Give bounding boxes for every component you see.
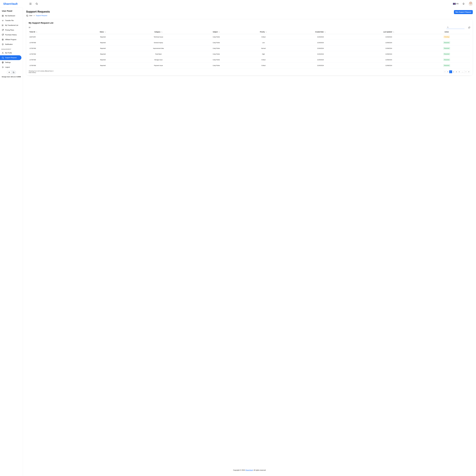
sidebar-item-label: Transfer File bbox=[5, 20, 14, 21]
sidebar-item-my-profile[interactable]: My Profile bbox=[0, 51, 23, 55]
svg-point-3 bbox=[36, 3, 37, 4]
table-cell: 21/06/2024 bbox=[354, 51, 423, 57]
svg-point-15 bbox=[3, 30, 3, 30]
table-cell: Low bbox=[240, 40, 287, 46]
sort-icon: ↑↓ bbox=[105, 31, 106, 33]
table-cell: Reported bbox=[81, 40, 124, 46]
status-badge[interactable]: Resolved bbox=[443, 58, 450, 61]
table-row[interactable]: LS7WY6WReportedGeneral InquiryCody Fishe… bbox=[29, 40, 470, 46]
svg-line-4 bbox=[37, 4, 38, 5]
table-cell: 21/04/2024 bbox=[287, 51, 354, 57]
pagination-first[interactable] bbox=[446, 70, 449, 73]
sidebar-item-transfer-file[interactable]: Transfer File bbox=[0, 18, 23, 23]
new-support-request-button[interactable]: New Support Request bbox=[454, 10, 473, 14]
column-header[interactable]: Last Updated↑↓ bbox=[354, 30, 423, 34]
breadcrumb-current[interactable]: Support Request bbox=[36, 15, 47, 17]
table-row[interactable]: LS7WY6WReportedImprovement IdeaCody Fish… bbox=[29, 46, 470, 51]
page-size-select[interactable]: 10 bbox=[29, 27, 30, 28]
dark-mode-button[interactable] bbox=[11, 71, 16, 74]
tag-icon bbox=[2, 29, 4, 31]
table-cell: Storage Issue bbox=[124, 57, 192, 63]
column-header[interactable]: Category↑↓ bbox=[124, 30, 192, 34]
sort-icon: ↑↓ bbox=[393, 31, 394, 33]
sidebar-item-dashboard[interactable]: My Dashboard bbox=[0, 13, 23, 18]
table-cell: 21/06/2024 bbox=[354, 63, 423, 68]
pagination-page[interactable]: 2 bbox=[452, 70, 455, 73]
action-cell: Resolved bbox=[423, 63, 470, 68]
management-section-label: MANAGEMENT bbox=[0, 47, 23, 51]
refresh-icon[interactable] bbox=[468, 27, 470, 29]
support-request-table: Ticket ID↑↓Status↑↓Category↑↓Subject↑↓Pr… bbox=[29, 30, 470, 68]
sidebar-item-transferred-list[interactable]: My Transferred List bbox=[0, 23, 23, 28]
breadcrumb-user[interactable]: User bbox=[29, 15, 32, 17]
sort-icon: ↑↓ bbox=[266, 31, 267, 33]
table-search-input[interactable] bbox=[446, 26, 464, 29]
svg-point-11 bbox=[2, 25, 2, 26]
pagination-last[interactable] bbox=[467, 70, 470, 73]
svg-point-8 bbox=[3, 16, 3, 17]
sort-icon: ↑↓ bbox=[161, 31, 163, 33]
table-row[interactable]: LS7WY6WReportedPayment IssueCody FisherC… bbox=[29, 63, 470, 68]
sidebar-item-settings[interactable]: Settings bbox=[0, 60, 23, 65]
svg-point-6 bbox=[3, 15, 3, 16]
footer-prefix: Copyright © 2024 bbox=[233, 469, 245, 471]
column-header[interactable]: Status↑↓ bbox=[81, 30, 124, 34]
language-selector[interactable]: EN bbox=[453, 3, 459, 5]
column-header[interactable]: Subject↑↓ bbox=[192, 30, 240, 34]
status-badge[interactable]: Pending bbox=[443, 36, 450, 38]
table-cell: 21/04/2024 bbox=[287, 57, 354, 63]
search-small-icon bbox=[447, 26, 449, 28]
sidebar-item-label: Support Request bbox=[5, 57, 17, 59]
status-badge[interactable]: Resolved bbox=[443, 64, 450, 67]
panel-title: User Panel bbox=[0, 8, 23, 13]
pagination: 1234..... bbox=[443, 70, 470, 73]
table-row[interactable]: AA67GHRReportedTechnical IssuwCody Fishe… bbox=[29, 34, 470, 40]
sidebar-item-support-request[interactable]: Support Request bbox=[0, 55, 21, 60]
table-cell: LS7WY6W bbox=[29, 63, 81, 68]
hamburger-menu-icon[interactable] bbox=[29, 3, 32, 5]
sidebar-item-purchase-history[interactable]: Purchase History bbox=[0, 33, 23, 37]
transfer-icon bbox=[2, 19, 4, 22]
pagination-prev[interactable] bbox=[443, 70, 446, 73]
column-header[interactable]: Ticket ID↑↓ bbox=[29, 30, 81, 34]
list-icon bbox=[2, 24, 4, 26]
status-badge[interactable]: Resolved bbox=[443, 47, 450, 50]
svg-point-22 bbox=[2, 62, 3, 63]
table-cell: Technical Issuw bbox=[124, 34, 192, 40]
pagination-page[interactable]: 3 bbox=[455, 70, 458, 73]
table-cell: Cody Fisher bbox=[192, 63, 240, 68]
action-cell: Resolved bbox=[423, 51, 470, 57]
sidebar-item-notification[interactable]: Notification bbox=[0, 42, 23, 47]
column-header[interactable]: Priority↑↓ bbox=[240, 30, 287, 34]
table-row[interactable]: LS7WY6WReportedStorage IssueCody FisherC… bbox=[29, 57, 470, 63]
pagination-next[interactable] bbox=[464, 70, 467, 73]
entries-info-text: Showing 0 to 0 of 0 entries (filtered fr… bbox=[29, 70, 53, 73]
bell-icon[interactable] bbox=[462, 3, 465, 5]
storage-usage-text: Storage Used: 12B out of 100MB bbox=[0, 76, 23, 79]
action-cell: Resolved bbox=[423, 57, 470, 63]
bell-outline-icon bbox=[2, 43, 4, 45]
sidebar-item-logout[interactable]: Logout bbox=[0, 65, 23, 69]
status-badge[interactable]: Resolved bbox=[443, 53, 450, 55]
table-cell: 21/04/2024 bbox=[287, 63, 354, 68]
sidebar-item-affiliate[interactable]: Affiliate Program bbox=[0, 37, 23, 42]
table-cell: Improvement Idea bbox=[124, 46, 192, 51]
avatar[interactable] bbox=[469, 2, 473, 6]
light-mode-button[interactable] bbox=[7, 71, 11, 74]
page-title: Support Requests bbox=[26, 10, 50, 13]
sidebar-item-pricing[interactable]: Pricing Plans bbox=[0, 28, 23, 33]
svg-rect-32 bbox=[26, 16, 27, 16]
column-header[interactable]: Created Date↑↓ bbox=[287, 30, 354, 34]
status-badge[interactable]: Resolved bbox=[443, 41, 450, 44]
table-cell: LS7WY6W bbox=[29, 51, 81, 57]
search-icon[interactable] bbox=[36, 3, 38, 5]
table-row[interactable]: LS7WY6WReportedFeed BackCody FisherHigh2… bbox=[29, 51, 470, 57]
pagination-page[interactable]: 1 bbox=[449, 70, 452, 73]
table-cell: Reported bbox=[81, 57, 124, 63]
svg-point-7 bbox=[2, 16, 3, 17]
table-cell: Critical bbox=[240, 57, 287, 63]
pagination-page[interactable]: 4 bbox=[458, 70, 461, 73]
brand-logo[interactable]: ShareVault bbox=[3, 2, 17, 5]
sidebar: User Panel My Dashboard Transfer File My… bbox=[0, 8, 23, 476]
footer-link[interactable]: ShareVault bbox=[245, 469, 253, 471]
